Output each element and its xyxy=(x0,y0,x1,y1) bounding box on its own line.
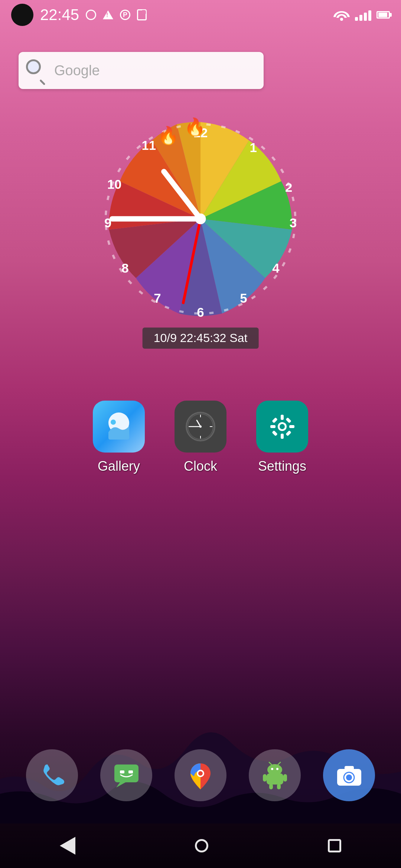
svg-line-53 xyxy=(269,762,271,765)
app-clock[interactable]: Clock xyxy=(175,401,226,474)
nav-back-button[interactable] xyxy=(60,837,75,855)
svg-point-0 xyxy=(340,18,343,21)
svg-point-31 xyxy=(199,425,202,428)
status-time: 22:45 xyxy=(40,6,79,24)
svg-point-52 xyxy=(276,768,278,770)
svg-text:5: 5 xyxy=(240,291,247,305)
svg-marker-44 xyxy=(116,782,125,788)
circle-icon xyxy=(86,10,96,20)
search-placeholder: Google xyxy=(54,63,100,79)
notification-dot xyxy=(11,4,33,26)
svg-rect-37 xyxy=(270,425,276,428)
svg-rect-46 xyxy=(128,770,133,773)
nav-bar xyxy=(0,823,401,868)
svg-point-48 xyxy=(198,771,203,776)
svg-text:3: 3 xyxy=(290,216,297,230)
svg-text:6: 6 xyxy=(197,305,204,319)
dock-aptoide[interactable] xyxy=(249,749,301,801)
dock-phone[interactable] xyxy=(26,749,78,801)
svg-rect-58 xyxy=(277,784,281,789)
search-bar[interactable]: Google xyxy=(19,52,264,89)
svg-point-61 xyxy=(346,775,352,780)
svg-rect-57 xyxy=(269,784,273,789)
svg-text:4: 4 xyxy=(272,261,280,275)
svg-point-34 xyxy=(280,424,285,429)
app-gallery[interactable]: Gallery xyxy=(93,401,145,474)
recent-icon xyxy=(328,839,341,852)
app-settings[interactable]: Settings xyxy=(256,401,308,474)
gallery-label: Gallery xyxy=(98,458,140,474)
svg-rect-43 xyxy=(114,765,138,782)
svg-text:1: 1 xyxy=(250,140,257,155)
wifi-icon xyxy=(333,8,350,22)
svg-rect-55 xyxy=(263,774,267,782)
dock-camera[interactable] xyxy=(323,749,375,801)
gallery-icon xyxy=(93,401,145,453)
svg-text:11: 11 xyxy=(141,138,156,152)
svg-rect-35 xyxy=(281,415,284,420)
svg-text:8: 8 xyxy=(121,261,128,275)
svg-rect-56 xyxy=(283,774,287,782)
svg-rect-36 xyxy=(281,434,284,439)
svg-text:10: 10 xyxy=(107,177,122,191)
signal-icon xyxy=(355,9,371,21)
alert-icon xyxy=(103,10,113,19)
app-grid: Gallery Clock xyxy=(0,401,401,474)
home-icon xyxy=(195,839,208,852)
svg-text:7: 7 xyxy=(154,291,161,305)
nav-recent-button[interactable] xyxy=(328,839,341,852)
clock-label: Clock xyxy=(184,458,217,474)
status-right xyxy=(333,8,390,22)
clock-app-icon xyxy=(175,401,226,453)
back-icon xyxy=(60,837,75,855)
svg-line-54 xyxy=(278,762,280,765)
dock-messages[interactable] xyxy=(100,749,152,801)
sim-icon xyxy=(137,9,147,20)
settings-label: Settings xyxy=(258,458,306,474)
svg-text:🔥: 🔥 xyxy=(157,125,179,146)
nav-home-button[interactable] xyxy=(195,839,208,852)
svg-point-50 xyxy=(267,764,282,775)
svg-point-19 xyxy=(195,214,206,224)
status-bar: 22:45 P xyxy=(0,0,401,30)
settings-icon xyxy=(256,401,308,453)
search-magnify-icon xyxy=(26,59,48,82)
clock-datetime: 10/9 22:45:32 Sat xyxy=(143,328,259,349)
svg-rect-45 xyxy=(120,770,124,773)
svg-point-51 xyxy=(271,768,273,770)
svg-rect-38 xyxy=(289,425,294,428)
dock xyxy=(0,734,401,816)
clock-widget[interactable]: 12 1 2 3 4 5 6 7 8 9 10 11 🔥 🔥 xyxy=(93,111,308,326)
svg-text:2: 2 xyxy=(285,180,292,195)
svg-point-21 xyxy=(111,420,116,425)
clock-face: 12 1 2 3 4 5 6 7 8 9 10 11 🔥 🔥 xyxy=(93,111,308,326)
svg-rect-62 xyxy=(345,766,354,770)
svg-point-63 xyxy=(355,770,359,773)
battery-icon xyxy=(376,11,390,19)
svg-text:🔥: 🔥 xyxy=(185,117,206,137)
dock-maps[interactable] xyxy=(175,749,226,801)
status-left: 22:45 P xyxy=(11,4,333,26)
p-icon: P xyxy=(120,10,130,20)
clock-svg: 12 1 2 3 4 5 6 7 8 9 10 11 🔥 🔥 xyxy=(93,111,308,326)
